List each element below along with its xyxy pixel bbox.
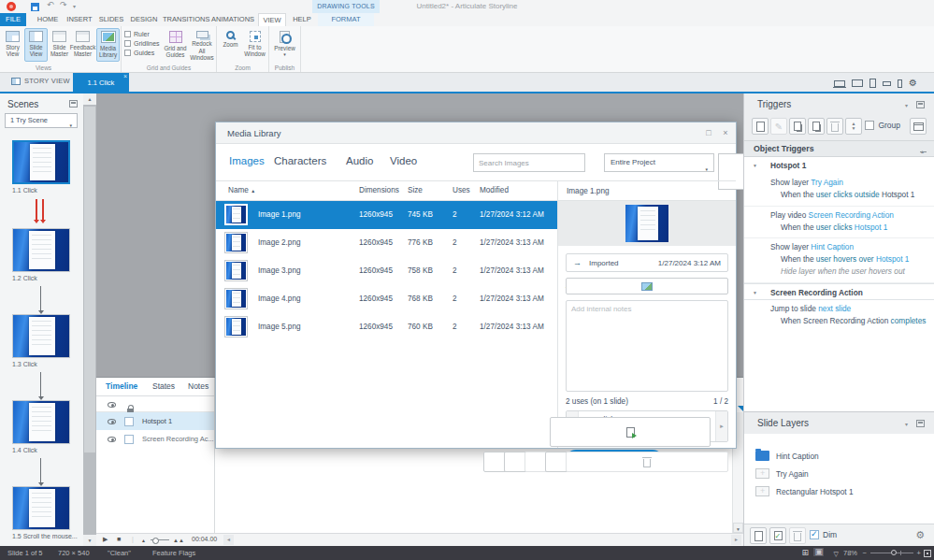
visibility-eye-icon[interactable] [108, 437, 116, 442]
trigger-play-video[interactable]: Play video Screen Recording Action When … [744, 207, 934, 239]
visibility-eye-icon[interactable] [108, 419, 116, 424]
media-row-image-3[interactable]: Image 3.png 1260x945 758 KB 2 1/27/2024 … [216, 257, 557, 285]
slide-layers-menu-icon[interactable]: ▾ [905, 421, 908, 427]
stop-icon[interactable]: ■ [117, 536, 121, 542]
scene-dropdown[interactable]: 1 Try Scene ▾ [5, 113, 78, 128]
new-layer-button[interactable] [750, 527, 767, 544]
tab-audio[interactable]: Audio [346, 155, 373, 166]
scope-dropdown[interactable]: Entire Project ▾ [604, 153, 714, 172]
lock-checkbox[interactable] [124, 417, 134, 426]
zoom-out-icon[interactable]: − [863, 549, 867, 557]
grid-and-guides-button[interactable]: Grid and Guides [163, 28, 188, 62]
close-icon[interactable]: × [717, 122, 734, 144]
scrollbar-down-icon[interactable]: ▼ [83, 535, 96, 546]
trigger-wizard-button[interactable] [910, 118, 927, 135]
triggers-dock-icon[interactable] [916, 101, 925, 108]
slide-thumbnail-1-4[interactable] [12, 400, 70, 444]
tab-characters[interactable]: Characters [274, 155, 326, 166]
delete-media-button[interactable] [566, 452, 728, 472]
slide-thumbnail-1-1[interactable] [12, 140, 70, 184]
timeline-row-hotspot[interactable]: Hotspot 1 [96, 412, 214, 430]
internal-notes-input[interactable] [566, 300, 728, 392]
scenes-scrollbar[interactable]: ▲ ▼ [83, 93, 96, 546]
zoom-in-icon[interactable]: + [917, 549, 921, 557]
zoom-button[interactable]: Zoom [219, 28, 242, 62]
lock-checkbox[interactable] [124, 435, 134, 444]
tab-help[interactable]: HELP [290, 13, 314, 26]
gridlines-checkbox[interactable]: Gridlines [124, 39, 160, 48]
alt-image-button[interactable] [566, 278, 728, 294]
scrollbar-down-icon[interactable]: ▼ [733, 523, 743, 533]
maximize-icon[interactable]: □ [700, 122, 717, 144]
timeline-zoom-out-icon[interactable]: ▲ [141, 538, 146, 543]
search-input[interactable] [473, 153, 585, 172]
delete-trigger-button[interactable] [826, 118, 843, 135]
usage-next-icon[interactable]: ► [715, 411, 727, 441]
slide-layers-dock-icon[interactable] [916, 420, 925, 427]
column-modified[interactable]: Modified [480, 186, 509, 194]
column-size[interactable]: Size [408, 186, 423, 194]
tab-notes[interactable]: Notes [188, 381, 208, 391]
tab-timeline[interactable]: Timeline [106, 381, 137, 391]
play-icon[interactable]: ▶ [103, 536, 108, 543]
dim-checkbox-box[interactable] [810, 530, 819, 539]
media-row-image-2[interactable]: Image 2.png 1260x945 776 KB 2 1/27/2024 … [216, 229, 557, 257]
trigger-show-try-again[interactable]: Show layer Try Again When the user click… [744, 174, 934, 207]
tab-states[interactable]: States [152, 381, 175, 391]
tab-view[interactable]: VIEW [258, 13, 286, 26]
triggers-menu-icon[interactable]: ▾ [905, 102, 908, 108]
media-row-image-5[interactable]: Image 5.png 1260x945 760 KB 2 1/27/2024 … [216, 313, 557, 341]
collapse-all-icon[interactable] [920, 146, 927, 152]
dim-checkbox[interactable]: Dim [810, 530, 837, 539]
slide-view-status-icon[interactable]: ▣ [813, 548, 824, 556]
column-dimensions[interactable]: Dimensions [359, 186, 399, 194]
preview-dropdown-arrow[interactable]: ▾ [283, 51, 286, 57]
edit-trigger-button[interactable]: ✎ [770, 118, 787, 135]
trigger-group-screen-recording[interactable]: ▼ Screen Recording Action [744, 283, 934, 300]
delete-layer-button[interactable] [789, 527, 806, 544]
tablet-portrait-preview-icon[interactable] [869, 79, 876, 88]
tab-story-view[interactable]: STORY VIEW [11, 77, 70, 85]
media-library-button[interactable]: Media Library [96, 28, 120, 62]
new-trigger-button[interactable] [752, 118, 769, 135]
laptop-preview-icon[interactable] [834, 80, 845, 87]
filter-icon[interactable]: ▽ [834, 550, 839, 558]
tab-images[interactable]: Images [229, 155, 265, 166]
scrollbar-up-icon[interactable]: ▲ [83, 93, 96, 105]
close-tab-icon[interactable]: × [123, 73, 127, 80]
duplicate-layer-button[interactable] [769, 527, 786, 544]
redock-all-windows-button[interactable]: Redock All Windows [189, 28, 215, 62]
trigger-jump-to-slide[interactable]: Jump to slide next slide When Screen Rec… [744, 300, 934, 332]
fit-to-window-button[interactable]: Fit to Window [243, 28, 266, 62]
timeline-row-screen-recording[interactable]: Screen Recording Ac... [96, 430, 214, 448]
layer-try-again[interactable]: Try Again [744, 465, 934, 482]
timeline-zoom-in-icon[interactable]: ▲▲ [173, 538, 184, 543]
story-view-button[interactable]: Story View [1, 28, 24, 62]
player-settings-gear-icon[interactable]: ⚙ [909, 79, 917, 88]
guides-checkbox[interactable]: Guides [124, 49, 160, 57]
monitor-preview-icon[interactable] [852, 79, 863, 87]
tab-home[interactable]: HOME [34, 13, 62, 26]
tab-format[interactable]: FORMAT [318, 13, 374, 26]
tab-slides[interactable]: SLIDES [97, 13, 125, 26]
preview-button[interactable]: Preview ▾ [273, 28, 296, 62]
group-checkbox[interactable]: Group [865, 121, 900, 130]
slide-view-button[interactable]: Slide View [24, 28, 48, 62]
copy-trigger-button[interactable] [789, 118, 806, 135]
ruler-checkbox[interactable]: Ruler [124, 30, 160, 38]
zoom-slider[interactable] [870, 553, 913, 553]
tab-slide-1-1-click[interactable]: 1.1 Click × [73, 73, 129, 93]
ruler-checkbox-box[interactable] [124, 31, 131, 37]
column-name[interactable]: Name ▲ [228, 186, 255, 194]
layer-rectangular-hotspot[interactable]: Rectangular Hotspot 1 [744, 482, 934, 500]
slide-thumbnail-1-3[interactable] [12, 314, 70, 358]
scrollbar-handle[interactable] [84, 107, 95, 452]
layer-settings-gear-icon[interactable]: ⚙ [915, 529, 925, 541]
tab-transitions[interactable]: TRANSITIONS [163, 13, 208, 26]
scroll-left-icon[interactable]: ◄ [223, 535, 234, 545]
tab-video[interactable]: Video [390, 155, 417, 166]
fit-window-icon[interactable] [924, 550, 931, 557]
tab-animations[interactable]: ANIMATIONS [211, 13, 254, 26]
column-uses[interactable]: Uses [453, 186, 470, 194]
tab-design[interactable]: DESIGN [129, 13, 159, 26]
